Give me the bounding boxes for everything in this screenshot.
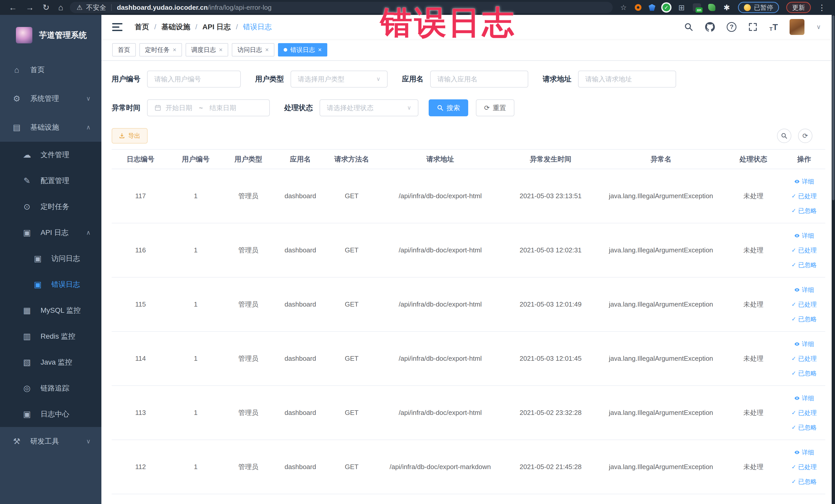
sidebar-item-label: 系统管理 bbox=[30, 94, 59, 103]
ignored-link[interactable]: ✓ 已忽略 bbox=[783, 366, 825, 381]
sidebar-item-dev-tools[interactable]: ⚒ 研发工具 ∨ bbox=[0, 427, 101, 456]
processed-link[interactable]: ✓ 已处理 bbox=[783, 243, 825, 258]
extension-leaf-icon[interactable] bbox=[708, 4, 715, 11]
back-icon[interactable]: ← bbox=[9, 3, 17, 12]
processed-link[interactable]: ✓ 已处理 bbox=[783, 189, 825, 203]
ignored-link[interactable]: ✓ 已忽略 bbox=[783, 258, 825, 272]
update-button[interactable]: 更新 bbox=[786, 2, 811, 13]
processed-link[interactable]: ✓ 已处理 bbox=[783, 460, 825, 474]
page-scrollbar[interactable] bbox=[832, 15, 835, 504]
reload-icon[interactable]: ↻ bbox=[43, 3, 49, 12]
detail-link[interactable]: 详细 bbox=[783, 337, 825, 351]
hamburger-icon[interactable] bbox=[112, 23, 122, 31]
search-icon[interactable] bbox=[684, 22, 693, 32]
address-bar[interactable]: ⚠ 不安全 dashboard.yudao.iocoder.cn /infra/… bbox=[70, 2, 613, 13]
scrollbar-thumb[interactable] bbox=[832, 15, 834, 200]
user-type-select[interactable]: 请选择用户类型 ∨ bbox=[290, 70, 388, 87]
reset-button[interactable]: ⟳ 重置 bbox=[476, 99, 514, 116]
forward-icon[interactable]: → bbox=[26, 3, 34, 12]
processed-link[interactable]: ✓ 已处理 bbox=[783, 351, 825, 366]
sidebar-item-api-log[interactable]: ▣ API 日志 ∧ bbox=[0, 220, 101, 245]
extension-puzzle-icon[interactable]: ✱ bbox=[722, 3, 731, 12]
processed-link[interactable]: ✓ 已处理 bbox=[783, 405, 825, 420]
detail-link[interactable]: 详细 bbox=[783, 391, 825, 405]
cell-app-name: dashboard bbox=[274, 331, 326, 386]
close-icon[interactable]: × bbox=[173, 46, 176, 54]
date-range-picker[interactable]: 开始日期 ~ 结束日期 bbox=[147, 99, 270, 116]
extensions-area: ☆ ✓ ⊞ on ✱ 已暂停 更新 ⋮ bbox=[619, 2, 830, 13]
sidebar-item-trace[interactable]: ◎ 链路追踪 bbox=[0, 375, 101, 401]
processed-link[interactable]: ✓ 已处理 bbox=[783, 297, 825, 312]
sidebar-item-home[interactable]: ⌂ 首页 bbox=[0, 56, 101, 84]
extension-orange-icon[interactable] bbox=[635, 4, 641, 11]
breadcrumb-item-api-log[interactable]: API 日志 bbox=[203, 22, 231, 32]
ignored-link[interactable]: ✓ 已忽略 bbox=[783, 203, 825, 218]
extension-shield-icon[interactable] bbox=[649, 4, 655, 11]
paused-badge[interactable]: 已暂停 bbox=[738, 2, 779, 13]
sidebar-item-config[interactable]: ✎ 配置管理 bbox=[0, 168, 101, 194]
close-icon[interactable]: × bbox=[318, 46, 322, 54]
check-icon: ✓ bbox=[791, 247, 796, 254]
sidebar-item-label: Java 监控 bbox=[41, 357, 72, 367]
extension-on-badge-icon[interactable]: on bbox=[693, 3, 701, 12]
tab-5[interactable]: 错误日志 × bbox=[278, 43, 327, 57]
detail-link[interactable]: 详细 bbox=[783, 174, 825, 189]
tab-4[interactable]: 访问日志 × bbox=[232, 43, 274, 57]
filter-row-1: 用户编号 用户类型 请选择用户类型 ∨ 应用名 请求地址 bbox=[111, 70, 825, 87]
export-button[interactable]: 导出 bbox=[111, 128, 148, 143]
cell-actions: 详细 ✓ 已处理 ✓ 已忽略 bbox=[783, 331, 825, 386]
tab-2[interactable]: 定时任务 × bbox=[139, 43, 182, 57]
browser-menu-icon[interactable]: ⋮ bbox=[818, 3, 826, 12]
sidebar-item-label: 研发工具 bbox=[30, 437, 59, 446]
extension-green-check-icon[interactable]: ✓ bbox=[663, 4, 670, 11]
breadcrumb-item-infra[interactable]: 基础设施 bbox=[161, 22, 190, 32]
app-name-input[interactable] bbox=[430, 70, 528, 87]
search-button[interactable]: 搜索 bbox=[429, 99, 468, 116]
sidebar-item-access-log[interactable]: ▣ 访问日志 bbox=[0, 245, 101, 271]
cell-app-name: dashboard bbox=[274, 169, 326, 223]
cell-request-url: /api/infra/db-doc/export-html bbox=[377, 223, 503, 277]
cell-exception-time: 2021-05-02 23:32:28 bbox=[503, 386, 598, 440]
toggle-search-icon[interactable] bbox=[777, 129, 791, 143]
sidebar-item-mysql[interactable]: ▦ MySQL 监控 bbox=[0, 297, 101, 323]
logo[interactable]: 芋道管理系统 bbox=[0, 15, 101, 56]
process-status-select[interactable]: 请选择处理状态 ∨ bbox=[320, 99, 419, 116]
request-url-input[interactable] bbox=[578, 70, 676, 87]
ignored-link[interactable]: ✓ 已忽略 bbox=[783, 420, 825, 435]
sidebar-item-file[interactable]: ☁ 文件管理 bbox=[0, 142, 101, 168]
github-icon[interactable] bbox=[705, 22, 715, 32]
sidebar-item-error-log[interactable]: ▣ 错误日志 bbox=[0, 271, 101, 297]
help-icon[interactable]: ? bbox=[727, 22, 736, 32]
exception-time-label: 异常时间 bbox=[111, 103, 140, 113]
ignored-link[interactable]: ✓ 已忽略 bbox=[783, 474, 825, 489]
cell-app-name: dashboard bbox=[274, 223, 326, 277]
sidebar-item-job[interactable]: ⊙ 定时任务 bbox=[0, 194, 101, 220]
fullscreen-icon[interactable] bbox=[748, 22, 757, 32]
close-icon[interactable]: × bbox=[219, 46, 223, 54]
sidebar-item-java[interactable]: ▧ Java 监控 bbox=[0, 349, 101, 375]
avatar[interactable] bbox=[790, 19, 805, 35]
extension-grid-icon[interactable]: ⊞ bbox=[677, 3, 686, 12]
on-badge-label: on bbox=[696, 7, 702, 13]
detail-link[interactable]: 详细 bbox=[783, 445, 825, 460]
eye-icon: ◎ bbox=[21, 383, 33, 393]
avatar-caret-down-icon[interactable]: ∨ bbox=[816, 23, 821, 31]
ignored-link[interactable]: ✓ 已忽略 bbox=[783, 312, 825, 326]
tab-1[interactable]: 首页 bbox=[112, 43, 136, 57]
sidebar-item-system[interactable]: ⚙ 系统管理 ∨ bbox=[0, 84, 101, 113]
user-id-input[interactable] bbox=[147, 70, 241, 87]
font-size-icon[interactable]: TT bbox=[769, 22, 778, 32]
refresh-table-icon[interactable]: ⟳ bbox=[798, 129, 812, 143]
close-icon[interactable]: × bbox=[265, 46, 269, 54]
tab-3[interactable]: 调度日志 × bbox=[186, 43, 228, 57]
home-icon[interactable]: ⌂ bbox=[58, 3, 63, 12]
bookmark-star-icon[interactable]: ☆ bbox=[619, 3, 628, 12]
sidebar-item-redis[interactable]: ▥ Redis 监控 bbox=[0, 323, 101, 349]
breadcrumb-item-home[interactable]: 首页 bbox=[135, 22, 149, 32]
sidebar-item-log-center[interactable]: ▣ 日志中心 bbox=[0, 401, 101, 427]
sidebar-item-infra[interactable]: ▤ 基础设施 ∧ bbox=[0, 113, 101, 142]
cell-user-id: 1 bbox=[169, 277, 222, 331]
detail-link[interactable]: 详细 bbox=[783, 282, 825, 297]
detail-link[interactable]: 详细 bbox=[783, 228, 825, 243]
tab-label: 调度日志 bbox=[191, 46, 216, 54]
